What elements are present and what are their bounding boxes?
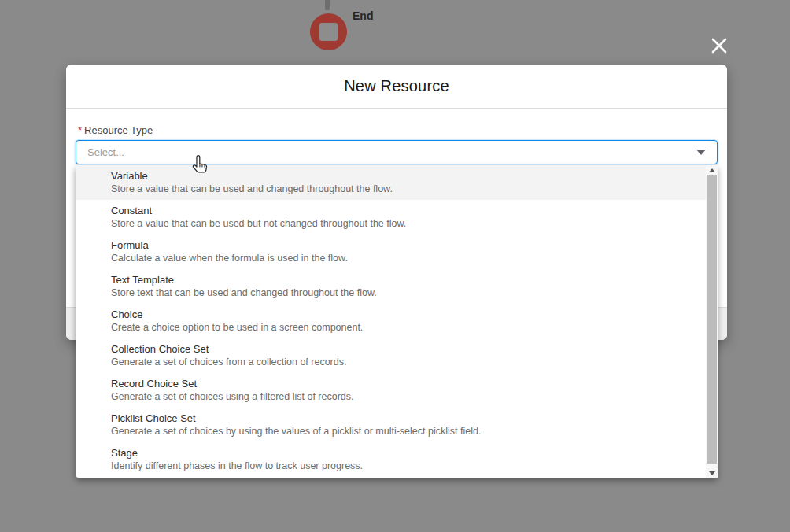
modal-header: New Resource [66, 65, 727, 109]
scrollbar-thumb[interactable] [707, 175, 717, 464]
dropdown-item-formula[interactable]: Formula Calculate a value when the formu… [76, 235, 706, 269]
flow-end-node-label: End [353, 9, 373, 22]
close-icon [709, 35, 733, 56]
dropdown-item-stage[interactable]: Stage Identify different phases in the f… [76, 442, 706, 477]
item-label: Constant [111, 204, 693, 217]
dropdown-scrollbar[interactable] [706, 165, 718, 478]
item-description: Generate a set of choices using a filter… [111, 390, 693, 404]
end-node-square-icon [319, 23, 338, 41]
item-label: Choice [111, 308, 693, 321]
item-description: Store text that can be used and changed … [111, 286, 693, 300]
item-label: Text Template [111, 273, 693, 286]
scrollbar-up-button[interactable] [706, 165, 718, 175]
arrow-up-icon [709, 168, 715, 172]
required-asterisk: * [78, 124, 82, 136]
item-description: Identify different phases in the flow to… [111, 460, 693, 473]
dropdown-item-choice[interactable]: Choice Create a choice option to be used… [76, 304, 706, 338]
modal-title: New Resource [344, 77, 449, 95]
dropdown-item-picklist-choice-set[interactable]: Picklist Choice Set Generate a set of ch… [76, 408, 706, 442]
item-label: Record Choice Set [111, 377, 693, 390]
flow-end-node [310, 13, 347, 50]
flow-connector-line [325, 0, 330, 10]
item-label: Stage [111, 446, 693, 460]
item-label: Variable [111, 169, 693, 183]
item-description: Create a choice option to be used in a s… [111, 321, 693, 334]
scrollbar-down-button[interactable] [706, 468, 718, 478]
item-description: Store a value that can be used and chang… [111, 183, 693, 196]
item-description: Store a value that can be used but not c… [111, 217, 693, 231]
dropdown-list: Variable Store a value that can be used … [76, 165, 706, 478]
item-label: Collection Choice Set [111, 342, 693, 356]
item-label: Picklist Choice Set [111, 412, 693, 425]
dropdown-item-text-template[interactable]: Text Template Store text that can be use… [76, 269, 706, 304]
chevron-down-icon [696, 150, 706, 155]
item-description: Calculate a value when the formula is us… [111, 252, 693, 265]
resource-type-dropdown: Variable Store a value that can be used … [76, 165, 718, 478]
item-description: Generate a set of choices from a collect… [111, 356, 693, 369]
arrow-down-icon [709, 471, 715, 475]
dropdown-item-variable[interactable]: Variable Store a value that can be used … [76, 165, 706, 200]
close-modal-button[interactable] [709, 34, 733, 57]
dropdown-item-collection-choice-set[interactable]: Collection Choice Set Generate a set of … [76, 338, 706, 373]
combobox-placeholder: Select... [87, 146, 696, 158]
resource-type-combobox[interactable]: Select... [76, 140, 718, 164]
resource-type-label-text: Resource Type [84, 124, 153, 136]
item-label: Formula [111, 238, 693, 252]
resource-type-label: *Resource Type [78, 124, 153, 136]
dropdown-item-record-choice-set[interactable]: Record Choice Set Generate a set of choi… [76, 373, 706, 408]
dropdown-item-constant[interactable]: Constant Store a value that can be used … [76, 200, 706, 235]
item-description: Generate a set of choices by using the v… [111, 425, 693, 438]
